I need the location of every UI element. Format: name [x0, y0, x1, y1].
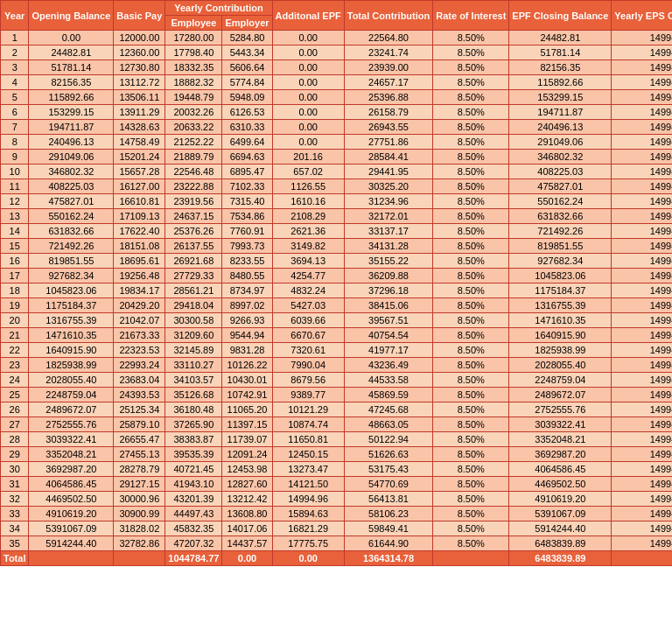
- table-cell: 8.50%: [433, 388, 509, 402]
- table-cell: 17109.13: [114, 209, 165, 224]
- table-cell: 51626.63: [344, 447, 433, 462]
- table-cell: 12453.98: [222, 462, 272, 477]
- table-cell: 631832.66: [509, 209, 612, 224]
- table-cell: 291049.06: [509, 135, 612, 150]
- table-cell: 14994.00: [612, 179, 672, 194]
- table-cell: 4469502.50: [29, 492, 114, 507]
- table-cell: 0.00: [272, 60, 344, 75]
- table-cell: 14: [1, 224, 29, 239]
- table-cell: 39535.39: [165, 447, 222, 462]
- table-cell: 8: [1, 135, 29, 150]
- table-cell: 34: [1, 522, 29, 536]
- table-cell: 29441.95: [344, 164, 433, 179]
- table-cell: 33110.27: [165, 358, 222, 373]
- table-cell: 8.50%: [433, 90, 509, 105]
- table-cell: 475827.01: [29, 194, 114, 209]
- table-cell: 10742.91: [222, 388, 272, 402]
- table-cell: 43201.39: [165, 492, 222, 507]
- table-cell: 24657.17: [344, 75, 433, 90]
- table-cell: 8233.55: [222, 254, 272, 269]
- table-cell: 18151.08: [114, 239, 165, 254]
- table-cell: 1825938.99: [29, 358, 114, 373]
- table-cell: 194711.87: [509, 105, 612, 120]
- table-cell: 2028055.40: [509, 358, 612, 373]
- table-cell: 26137.55: [165, 239, 222, 254]
- table-cell: 51781.14: [29, 60, 114, 75]
- table-cell: 47245.68: [344, 402, 433, 417]
- table-cell: 23939.00: [344, 60, 433, 75]
- table-cell: 475827.01: [509, 179, 612, 194]
- table-cell: 1471610.35: [509, 313, 612, 328]
- table-row: 7194711.8714328.6320633.226310.330.00269…: [1, 120, 673, 135]
- col-yearly-eps: Yearly EPS Contribution: [612, 1, 672, 31]
- table-cell: 4832.24: [272, 284, 344, 298]
- table-cell: 11739.07: [222, 432, 272, 447]
- table-cell: 2248759.04: [29, 388, 114, 402]
- table-cell: 39567.51: [344, 313, 433, 328]
- table-cell: 12: [1, 194, 29, 209]
- table-cell: 41943.10: [165, 477, 222, 492]
- table-cell: 346802.32: [509, 150, 612, 164]
- table-cell: 38415.06: [344, 298, 433, 313]
- table-cell: 0.00: [272, 75, 344, 90]
- table-cell: 12091.24: [222, 447, 272, 462]
- table-cell: 14994.00: [612, 388, 672, 402]
- table-cell: 50122.94: [344, 432, 433, 447]
- table-cell: 631832.66: [29, 224, 114, 239]
- table-cell: 7990.04: [272, 358, 344, 373]
- table-cell: 3692987.20: [29, 462, 114, 477]
- table-row: 201316755.3921042.0730300.589266.936039.…: [1, 313, 673, 328]
- table-cell: 26: [1, 402, 29, 417]
- table-cell: 26655.47: [114, 432, 165, 447]
- table-cell: 4: [1, 75, 29, 90]
- table-cell: 7760.91: [222, 224, 272, 239]
- table-cell: 2621.36: [272, 224, 344, 239]
- table-row: 482156.3513112.7218882.325774.840.002465…: [1, 75, 673, 90]
- table-row: 6153299.1513911.2920032.266126.530.00261…: [1, 105, 673, 120]
- table-cell: 9831.28: [222, 343, 272, 358]
- table-cell: 14994.00: [612, 536, 672, 551]
- table-cell: 2752555.76: [509, 402, 612, 417]
- table-row: 15721492.2618151.0826137.557993.733149.8…: [1, 239, 673, 254]
- table-cell: 44497.43: [165, 507, 222, 522]
- table-cell: 721492.26: [509, 224, 612, 239]
- table-row: 16819851.5518695.6126921.688233.553694.1…: [1, 254, 673, 269]
- table-cell: 8.50%: [433, 313, 509, 328]
- table-cell: 14328.63: [114, 120, 165, 135]
- table-cell: 14994.00: [612, 75, 672, 90]
- table-cell: 14994.00: [612, 343, 672, 358]
- table-cell: 7320.61: [272, 343, 344, 358]
- table-cell: 22: [1, 343, 29, 358]
- table-cell: 21889.79: [165, 150, 222, 164]
- table-cell: 8.50%: [433, 135, 509, 150]
- table-cell: 61644.90: [344, 536, 433, 551]
- table-cell: 14994.00: [612, 164, 672, 179]
- table-cell: 18695.61: [114, 254, 165, 269]
- table-cell: 8.50%: [433, 239, 509, 254]
- table-cell: 29: [1, 447, 29, 462]
- table-cell: 56413.81: [344, 492, 433, 507]
- table-cell: 7315.40: [222, 194, 272, 209]
- table-cell: 4064586.45: [509, 462, 612, 477]
- table-row: 224482.8112360.0017798.405443.340.002324…: [1, 46, 673, 60]
- table-cell: 8.50%: [433, 31, 509, 46]
- table-cell: 16127.00: [114, 179, 165, 194]
- table-cell: 5284.80: [222, 31, 272, 46]
- table-cell: 8.50%: [433, 105, 509, 120]
- table-cell: 2248759.04: [509, 373, 612, 388]
- table-cell: 8.50%: [433, 164, 509, 179]
- table-cell: 21252.22: [165, 135, 222, 150]
- table-row: 242028055.4023683.0434103.5710430.018679…: [1, 373, 673, 388]
- table-cell: 20: [1, 313, 29, 328]
- table-cell: 14994.00: [612, 373, 672, 388]
- table-cell: 21673.33: [114, 328, 165, 343]
- table-cell: 6895.47: [222, 164, 272, 179]
- table-cell: 2108.29: [272, 209, 344, 224]
- col-total-contribution: Total Contribution: [344, 1, 433, 31]
- table-cell: 13212.42: [222, 492, 272, 507]
- table-cell: 201.16: [272, 150, 344, 164]
- table-row: 355914244.4032782.8647207.3214437.571777…: [1, 536, 673, 551]
- table-cell: 1316755.39: [509, 298, 612, 313]
- table-cell: 8.50%: [433, 417, 509, 432]
- table-cell: 5427.03: [272, 298, 344, 313]
